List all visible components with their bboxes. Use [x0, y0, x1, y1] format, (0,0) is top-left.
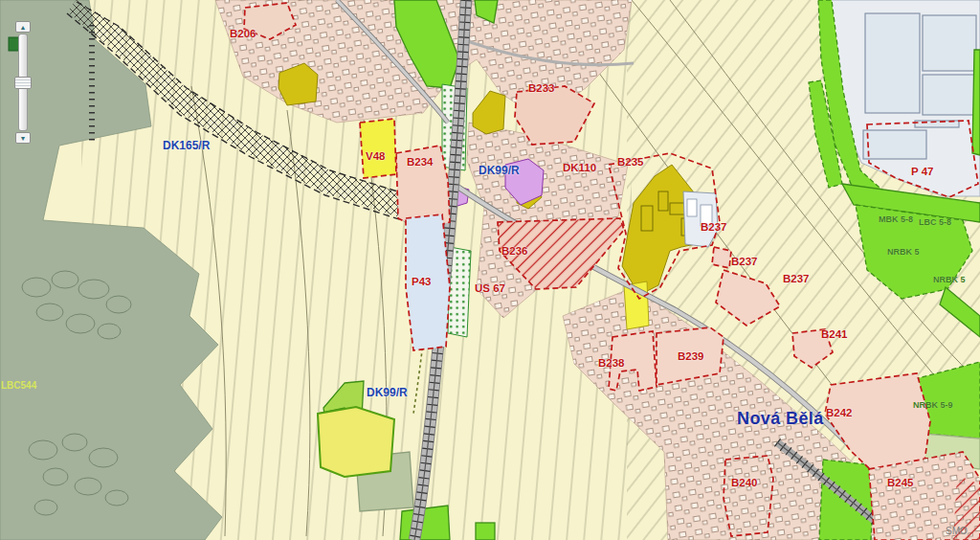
zoom-slider-track[interactable]	[18, 34, 28, 131]
zoom-control: ▲ ▼	[14, 21, 32, 144]
hall-zone	[683, 191, 718, 247]
map-viewport[interactable]: B206 B233 V48 B234 DK110 B235 B237 B237 …	[0, 0, 980, 540]
zoom-slider-handle[interactable]	[14, 77, 32, 89]
zone-v48	[360, 119, 396, 178]
zone-p43	[406, 214, 450, 350]
zone-b237-a	[712, 247, 731, 268]
zoom-out-button[interactable]: ▼	[15, 132, 31, 144]
zoom-in-button[interactable]: ▲	[15, 21, 31, 33]
map-canvas	[0, 0, 980, 540]
zone-dk99-area	[318, 407, 394, 477]
